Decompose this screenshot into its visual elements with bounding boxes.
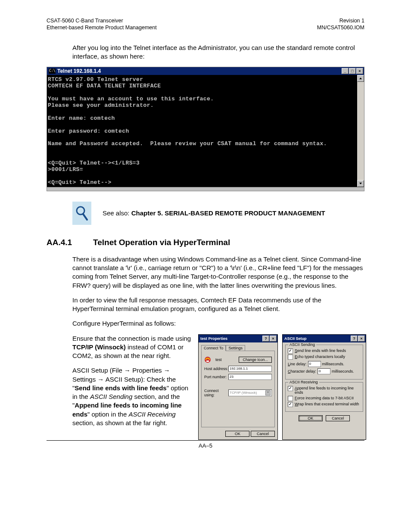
scroll-up-icon[interactable] <box>357 75 364 82</box>
chk4-label: orce incoming data to 7-bit ASCII <box>297 396 354 400</box>
page-header: CSAT-5060 C-Band Transceiver Ethernet-ba… <box>47 17 364 31</box>
close-button[interactable]: × <box>270 336 277 342</box>
close-button[interactable]: × <box>358 336 365 342</box>
scrollbar[interactable] <box>357 75 364 187</box>
paragraph-1: There is a disadvantage when using Windo… <box>72 255 364 290</box>
line-delay-input[interactable]: 0 <box>308 361 321 367</box>
checkbox-append-line-feeds[interactable]: ✓ <box>288 386 293 391</box>
line-delay-label: ine delay: <box>290 362 307 366</box>
header-product: CSAT-5060 C-Band Transceiver <box>47 17 157 24</box>
see-also-text: See also: Chapter 5. SERIAL-BASED REMOTE… <box>103 209 325 217</box>
telnet-title-text: Telnet 192.168.1.4 <box>57 68 101 74</box>
dialog2-titlebar: ASCII Setup ? × <box>283 335 366 342</box>
close-button[interactable]: × <box>356 68 363 74</box>
checkbox-send-line-ends[interactable]: ✓ <box>288 348 293 354</box>
header-revision: Revision 1 <box>317 17 364 24</box>
cancel-button[interactable]: Cancel <box>326 415 350 421</box>
cmd-icon: C:\ <box>49 68 56 74</box>
chk1-label: end line ends with line feeds <box>297 348 346 353</box>
tab-connect-to[interactable]: Connect To <box>201 345 226 351</box>
magnifier-icon <box>72 202 91 225</box>
paragraph-3: Configure HyperTerminal as follows: <box>72 319 364 328</box>
intro-paragraph: After you log into the Telnet interface … <box>72 44 364 61</box>
scroll-track[interactable] <box>357 82 364 180</box>
dialog1-titlebar: test Properties ? × <box>199 335 277 342</box>
maximize-button[interactable]: □ <box>349 68 356 74</box>
header-subtitle: Ethernet-based Remote Product Management <box>47 24 157 31</box>
svg-line-3 <box>83 214 87 220</box>
svg-marker-1 <box>359 183 362 184</box>
connect-using-label: Connect using: <box>204 389 228 397</box>
tabs: Connect ToSettings <box>201 345 275 351</box>
help-button[interactable]: ? <box>351 336 358 342</box>
dialog-ascii-setup: ASCII Setup ? × ASCII Sending ✓Send line… <box>282 334 366 440</box>
header-docid: MN/CSAT5060.IOM <box>317 24 364 31</box>
cancel-button[interactable]: Cancel <box>251 431 275 437</box>
ok-button[interactable]: OK <box>225 431 249 437</box>
host-address-input[interactable]: 192.168.1.1 <box>228 366 272 372</box>
connect-using-select[interactable]: TCP/IP (Winsock)▼ <box>228 389 272 396</box>
telnet-statusbar <box>47 187 364 191</box>
section-number: AA.4.1 <box>47 238 93 247</box>
chk5-label: rap lines that exceed terminal width <box>298 402 359 406</box>
connection-name: test <box>215 358 222 362</box>
scroll-down-icon[interactable] <box>357 180 364 187</box>
group-ascii-sending: ASCII Sending ✓Send line ends with line … <box>285 345 363 380</box>
minimize-button[interactable]: _ <box>342 68 349 74</box>
telnet-output: RTCS v2.97.00 Telnet server COMTECH EF D… <box>47 75 357 187</box>
chk3-label: ppend line feeds to incoming line ends <box>295 386 354 395</box>
telnet-titlebar: C:\ Telnet 192.168.1.4 _ □ × <box>47 67 364 75</box>
config-instructions: Ensure that the connection is made using… <box>72 334 193 428</box>
svg-marker-0 <box>359 78 362 79</box>
port-number-input[interactable]: 23 <box>228 374 272 380</box>
ok-button[interactable]: OK <box>299 415 323 421</box>
see-also-row: See also: Chapter 5. SERIAL-BASED REMOTE… <box>72 202 364 225</box>
svg-rect-5 <box>206 361 209 362</box>
section-heading: AA.4.1Telnet Operation via HyperTerminal <box>47 238 364 247</box>
help-button[interactable]: ? <box>262 336 269 342</box>
chevron-down-icon: ▼ <box>265 390 271 395</box>
telnet-window: C:\ Telnet 192.168.1.4 _ □ × RTCS v2.97.… <box>47 67 364 191</box>
char-delay-label: haracter delay: <box>291 369 317 373</box>
char-delay-input[interactable]: 0 <box>318 368 330 374</box>
checkbox-wrap-lines[interactable]: ✓ <box>288 402 293 407</box>
page-number: AA–5 <box>47 441 364 449</box>
section-title: Telnet Operation via HyperTerminal <box>93 238 230 247</box>
port-label: Port number: <box>204 375 228 379</box>
host-label: Host address: <box>204 367 228 371</box>
connection-icon <box>204 356 214 364</box>
chk2-label: cho typed characters locally <box>297 355 345 359</box>
dialog-test-properties: test Properties ? × Connect ToSettings t… <box>198 334 278 440</box>
paragraph-2: In order to view the full response messa… <box>72 296 364 314</box>
checkbox-force-7bit[interactable] <box>288 396 293 401</box>
checkbox-echo-typed[interactable] <box>288 355 293 360</box>
change-icon-button[interactable]: Change Icon... <box>239 357 272 363</box>
group-ascii-receiving: ASCII Receiving ✓Append line feeds to in… <box>285 382 363 412</box>
tab-settings[interactable]: Settings <box>226 345 245 351</box>
